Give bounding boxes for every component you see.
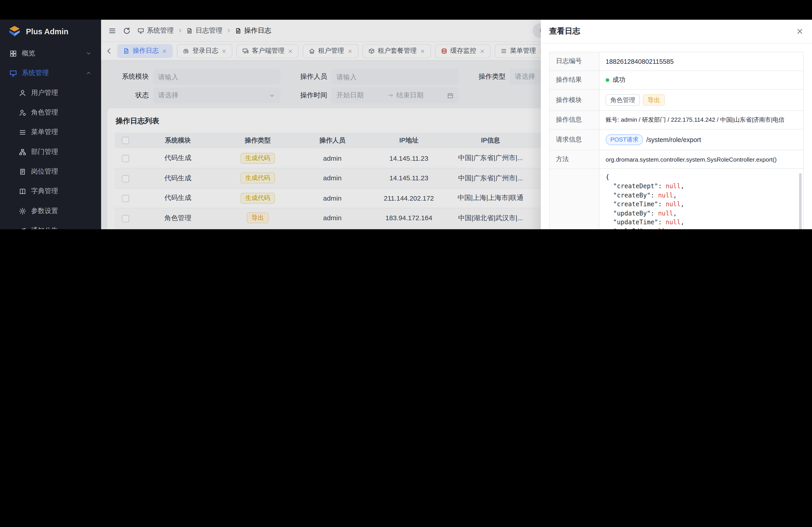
field-label: 操作信息 xyxy=(550,111,599,129)
code-line: "updateBy": null, xyxy=(606,209,796,218)
module-value: 角色管理 导出 xyxy=(599,90,803,110)
view-log-drawer: 查看日志 日志编号 1882612840802115585 操作结果 成功 操作… xyxy=(541,20,812,229)
post-method-tag: POST请求 xyxy=(606,134,643,145)
success-dot-icon xyxy=(606,78,609,82)
field-label: 请求参数 xyxy=(550,169,599,229)
request-url: /system/role/export xyxy=(646,136,701,143)
request-value: POST请求 /system/role/export xyxy=(599,130,803,150)
request-params-value: { "createDept": null, "createBy": null, … xyxy=(599,169,803,229)
detail-row-request: 请求信息 POST请求 /system/role/export xyxy=(550,130,803,150)
operation-type-tag: 导出 xyxy=(643,94,665,106)
code-line: "roleId": null, xyxy=(606,227,796,229)
drawer-close-icon[interactable] xyxy=(796,28,804,35)
detail-row-log-id: 日志编号 1882612840802115585 xyxy=(550,52,803,71)
drawer-header: 查看日志 xyxy=(541,20,812,44)
method-value: org.dromara.system.controller.system.Sys… xyxy=(599,150,803,168)
field-label: 请求信息 xyxy=(550,130,599,150)
params-json-code: { "createDept": null, "createBy": null, … xyxy=(606,173,796,229)
top-black-strip xyxy=(0,0,812,20)
detail-row-method: 方法 org.dromara.system.controller.system.… xyxy=(550,150,803,169)
log-id-value: 1882612840802115585 xyxy=(599,52,803,70)
code-line: "createDept": null, xyxy=(606,182,796,191)
detail-row-module: 操作模块 角色管理 导出 xyxy=(550,90,803,111)
code-line: "createTime": null, xyxy=(606,200,796,209)
code-line: { xyxy=(606,173,796,182)
detail-row-result: 操作结果 成功 xyxy=(550,71,803,90)
field-label: 操作结果 xyxy=(550,71,599,89)
operation-info-value: 账号: admin / 研发部门 / 222.175.114.242 / 中国|… xyxy=(599,111,803,129)
field-label: 方法 xyxy=(550,150,599,168)
screen: Plus Admin 概览系统管理用户管理角色管理菜单管理部门管理岗位管理字典管… xyxy=(0,0,812,229)
detail-row-info: 操作信息 账号: admin / 研发部门 / 222.175.114.242 … xyxy=(550,111,803,130)
module-tag: 角色管理 xyxy=(606,94,640,106)
code-line: "updateTime": null, xyxy=(606,218,796,227)
code-line: "createBy": null, xyxy=(606,191,796,200)
log-detail-table: 日志编号 1882612840802115585 操作结果 成功 操作模块 角色… xyxy=(549,52,804,229)
result-value: 成功 xyxy=(599,71,803,89)
drawer-title: 查看日志 xyxy=(549,26,580,36)
detail-row-params: 请求参数 { "createDept": null, "createBy": n… xyxy=(550,169,803,229)
field-label: 日志编号 xyxy=(550,52,599,70)
field-label: 操作模块 xyxy=(550,90,599,110)
code-scrollbar[interactable] xyxy=(799,173,802,229)
